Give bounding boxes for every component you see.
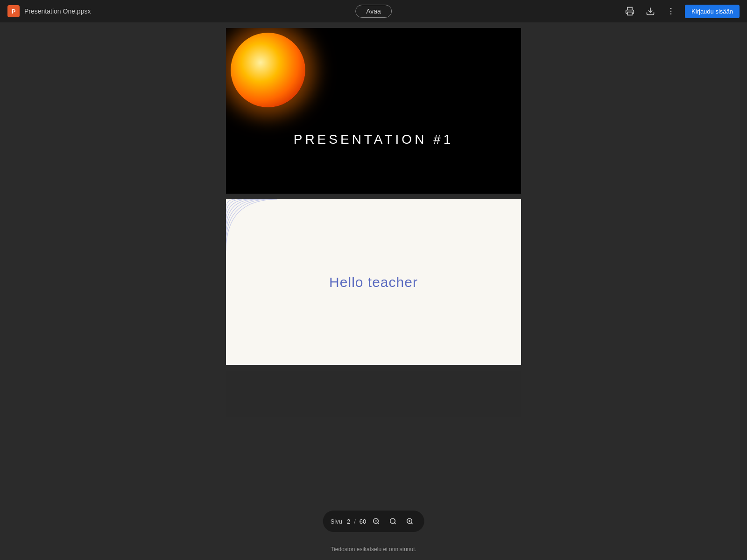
zoom-in-button[interactable] bbox=[402, 514, 416, 528]
main-content: PRESENTATION #1 Hello teacher bbox=[0, 22, 747, 560]
slide-2[interactable]: Hello teacher bbox=[226, 199, 521, 365]
topbar-left: P Presentation One.ppsx bbox=[7, 5, 91, 17]
app-icon: P bbox=[7, 5, 20, 17]
file-name: Presentation One.ppsx bbox=[24, 7, 91, 15]
sun-visual bbox=[226, 28, 319, 121]
svg-line-9 bbox=[394, 523, 395, 524]
more-icon bbox=[666, 7, 676, 16]
slide-1-title: PRESENTATION #1 bbox=[226, 132, 521, 147]
status-message: Tiedoston esikatselu ei onnistunut. bbox=[331, 546, 416, 553]
total-pages: 60 bbox=[359, 518, 366, 525]
zoom-out-icon bbox=[372, 518, 380, 525]
slide-3-partial bbox=[226, 371, 521, 417]
slide-2-decoration bbox=[226, 199, 282, 255]
pagination-bar: Sivu 2 / 60 bbox=[323, 511, 424, 532]
svg-point-3 bbox=[670, 11, 672, 12]
zoom-reset-button[interactable] bbox=[386, 514, 400, 528]
slide-1[interactable]: PRESENTATION #1 bbox=[226, 28, 521, 194]
svg-point-2 bbox=[670, 8, 672, 9]
svg-point-8 bbox=[390, 518, 395, 524]
decoration-svg bbox=[226, 199, 282, 255]
slide-2-text: Hello teacher bbox=[329, 274, 418, 290]
sun-circle bbox=[231, 33, 305, 107]
topbar-right: Kirjaudu sisään bbox=[623, 5, 740, 18]
slides-container: PRESENTATION #1 Hello teacher bbox=[226, 22, 521, 417]
more-button[interactable] bbox=[664, 5, 677, 18]
print-icon bbox=[625, 7, 634, 16]
zoom-icon bbox=[389, 518, 396, 525]
page-separator: / bbox=[354, 518, 356, 525]
zoom-out-button[interactable] bbox=[369, 514, 383, 528]
svg-line-11 bbox=[411, 523, 412, 524]
svg-point-4 bbox=[670, 14, 672, 15]
open-button[interactable]: Avaa bbox=[355, 5, 392, 18]
status-bar: Tiedoston esikatselu ei onnistunut. bbox=[331, 546, 416, 553]
svg-rect-0 bbox=[627, 12, 632, 15]
zoom-in-icon bbox=[406, 518, 413, 525]
topbar: P Presentation One.ppsx Avaa bbox=[0, 0, 747, 22]
page-label: Sivu bbox=[331, 518, 342, 525]
topbar-center: Avaa bbox=[355, 5, 392, 18]
download-icon bbox=[646, 7, 655, 16]
current-page: 2 bbox=[347, 518, 350, 525]
svg-line-6 bbox=[377, 523, 379, 524]
signin-button[interactable]: Kirjaudu sisään bbox=[685, 5, 740, 18]
print-button[interactable] bbox=[623, 5, 636, 18]
download-button[interactable] bbox=[644, 5, 657, 18]
